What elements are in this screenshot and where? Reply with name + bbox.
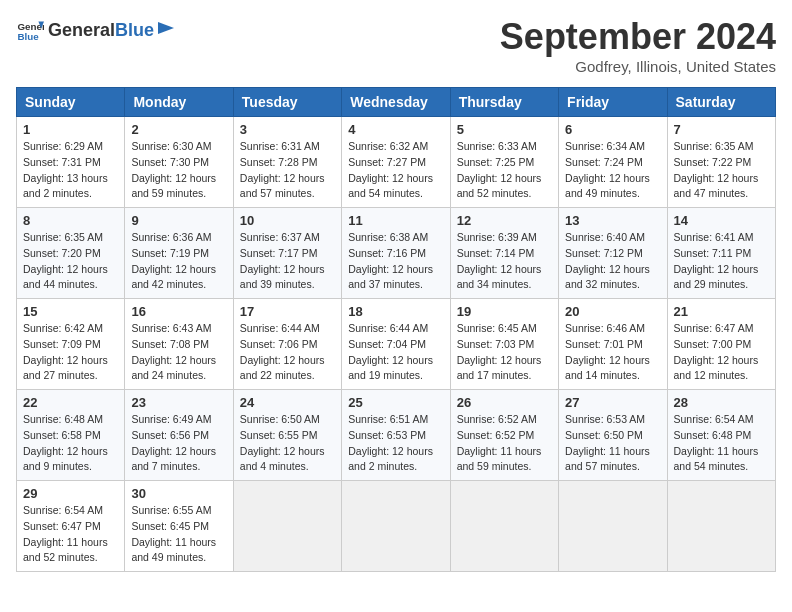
- day-number: 26: [457, 395, 552, 410]
- table-row: 14Sunrise: 6:41 AMSunset: 7:11 PMDayligh…: [667, 208, 775, 299]
- table-row: 3Sunrise: 6:31 AMSunset: 7:28 PMDaylight…: [233, 117, 341, 208]
- day-number: 27: [565, 395, 660, 410]
- day-number: 3: [240, 122, 335, 137]
- table-row: 18Sunrise: 6:44 AMSunset: 7:04 PMDayligh…: [342, 299, 450, 390]
- day-info: Sunrise: 6:54 AMSunset: 6:47 PMDaylight:…: [23, 503, 118, 566]
- day-number: 18: [348, 304, 443, 319]
- day-number: 2: [131, 122, 226, 137]
- day-number: 1: [23, 122, 118, 137]
- table-row: 23Sunrise: 6:49 AMSunset: 6:56 PMDayligh…: [125, 390, 233, 481]
- col-monday: Monday: [125, 88, 233, 117]
- logo-general-text: General: [48, 20, 115, 41]
- day-info: Sunrise: 6:38 AMSunset: 7:16 PMDaylight:…: [348, 230, 443, 293]
- table-row: 26Sunrise: 6:52 AMSunset: 6:52 PMDayligh…: [450, 390, 558, 481]
- day-info: Sunrise: 6:54 AMSunset: 6:48 PMDaylight:…: [674, 412, 769, 475]
- day-number: 14: [674, 213, 769, 228]
- day-number: 11: [348, 213, 443, 228]
- day-info: Sunrise: 6:36 AMSunset: 7:19 PMDaylight:…: [131, 230, 226, 293]
- calendar-header-row: Sunday Monday Tuesday Wednesday Thursday…: [17, 88, 776, 117]
- day-number: 17: [240, 304, 335, 319]
- day-info: Sunrise: 6:49 AMSunset: 6:56 PMDaylight:…: [131, 412, 226, 475]
- table-row: [342, 481, 450, 572]
- day-number: 7: [674, 122, 769, 137]
- day-info: Sunrise: 6:55 AMSunset: 6:45 PMDaylight:…: [131, 503, 226, 566]
- table-row: 19Sunrise: 6:45 AMSunset: 7:03 PMDayligh…: [450, 299, 558, 390]
- table-row: 15Sunrise: 6:42 AMSunset: 7:09 PMDayligh…: [17, 299, 125, 390]
- table-row: 20Sunrise: 6:46 AMSunset: 7:01 PMDayligh…: [559, 299, 667, 390]
- calendar-week-4: 22Sunrise: 6:48 AMSunset: 6:58 PMDayligh…: [17, 390, 776, 481]
- day-number: 9: [131, 213, 226, 228]
- table-row: 27Sunrise: 6:53 AMSunset: 6:50 PMDayligh…: [559, 390, 667, 481]
- day-info: Sunrise: 6:35 AMSunset: 7:22 PMDaylight:…: [674, 139, 769, 202]
- day-number: 25: [348, 395, 443, 410]
- calendar-week-3: 15Sunrise: 6:42 AMSunset: 7:09 PMDayligh…: [17, 299, 776, 390]
- table-row: 2Sunrise: 6:30 AMSunset: 7:30 PMDaylight…: [125, 117, 233, 208]
- day-info: Sunrise: 6:30 AMSunset: 7:30 PMDaylight:…: [131, 139, 226, 202]
- day-info: Sunrise: 6:40 AMSunset: 7:12 PMDaylight:…: [565, 230, 660, 293]
- day-info: Sunrise: 6:45 AMSunset: 7:03 PMDaylight:…: [457, 321, 552, 384]
- day-info: Sunrise: 6:52 AMSunset: 6:52 PMDaylight:…: [457, 412, 552, 475]
- table-row: 4Sunrise: 6:32 AMSunset: 7:27 PMDaylight…: [342, 117, 450, 208]
- day-info: Sunrise: 6:44 AMSunset: 7:06 PMDaylight:…: [240, 321, 335, 384]
- day-info: Sunrise: 6:47 AMSunset: 7:00 PMDaylight:…: [674, 321, 769, 384]
- day-info: Sunrise: 6:39 AMSunset: 7:14 PMDaylight:…: [457, 230, 552, 293]
- table-row: [559, 481, 667, 572]
- table-row: 25Sunrise: 6:51 AMSunset: 6:53 PMDayligh…: [342, 390, 450, 481]
- table-row: 28Sunrise: 6:54 AMSunset: 6:48 PMDayligh…: [667, 390, 775, 481]
- logo-blue-text: Blue: [115, 20, 154, 41]
- day-info: Sunrise: 6:50 AMSunset: 6:55 PMDaylight:…: [240, 412, 335, 475]
- day-info: Sunrise: 6:48 AMSunset: 6:58 PMDaylight:…: [23, 412, 118, 475]
- table-row: 5Sunrise: 6:33 AMSunset: 7:25 PMDaylight…: [450, 117, 558, 208]
- day-info: Sunrise: 6:53 AMSunset: 6:50 PMDaylight:…: [565, 412, 660, 475]
- day-number: 28: [674, 395, 769, 410]
- logo: General Blue GeneralBlue: [16, 16, 176, 44]
- day-info: Sunrise: 6:33 AMSunset: 7:25 PMDaylight:…: [457, 139, 552, 202]
- table-row: 11Sunrise: 6:38 AMSunset: 7:16 PMDayligh…: [342, 208, 450, 299]
- day-number: 6: [565, 122, 660, 137]
- table-row: 6Sunrise: 6:34 AMSunset: 7:24 PMDaylight…: [559, 117, 667, 208]
- table-row: 17Sunrise: 6:44 AMSunset: 7:06 PMDayligh…: [233, 299, 341, 390]
- table-row: [667, 481, 775, 572]
- day-info: Sunrise: 6:51 AMSunset: 6:53 PMDaylight:…: [348, 412, 443, 475]
- table-row: 24Sunrise: 6:50 AMSunset: 6:55 PMDayligh…: [233, 390, 341, 481]
- table-row: 12Sunrise: 6:39 AMSunset: 7:14 PMDayligh…: [450, 208, 558, 299]
- day-number: 5: [457, 122, 552, 137]
- calendar-table: Sunday Monday Tuesday Wednesday Thursday…: [16, 87, 776, 572]
- day-number: 21: [674, 304, 769, 319]
- page-title: September 2024: [500, 16, 776, 58]
- logo-flag-icon: [156, 20, 176, 40]
- col-friday: Friday: [559, 88, 667, 117]
- table-row: 21Sunrise: 6:47 AMSunset: 7:00 PMDayligh…: [667, 299, 775, 390]
- day-number: 4: [348, 122, 443, 137]
- day-number: 12: [457, 213, 552, 228]
- day-info: Sunrise: 6:34 AMSunset: 7:24 PMDaylight:…: [565, 139, 660, 202]
- title-area: September 2024 Godfrey, Illinois, United…: [500, 16, 776, 75]
- page-subtitle: Godfrey, Illinois, United States: [500, 58, 776, 75]
- day-number: 8: [23, 213, 118, 228]
- col-wednesday: Wednesday: [342, 88, 450, 117]
- day-info: Sunrise: 6:46 AMSunset: 7:01 PMDaylight:…: [565, 321, 660, 384]
- day-info: Sunrise: 6:41 AMSunset: 7:11 PMDaylight:…: [674, 230, 769, 293]
- day-info: Sunrise: 6:31 AMSunset: 7:28 PMDaylight:…: [240, 139, 335, 202]
- table-row: 29Sunrise: 6:54 AMSunset: 6:47 PMDayligh…: [17, 481, 125, 572]
- day-number: 16: [131, 304, 226, 319]
- table-row: 1Sunrise: 6:29 AMSunset: 7:31 PMDaylight…: [17, 117, 125, 208]
- day-number: 20: [565, 304, 660, 319]
- day-info: Sunrise: 6:44 AMSunset: 7:04 PMDaylight:…: [348, 321, 443, 384]
- day-info: Sunrise: 6:43 AMSunset: 7:08 PMDaylight:…: [131, 321, 226, 384]
- day-info: Sunrise: 6:29 AMSunset: 7:31 PMDaylight:…: [23, 139, 118, 202]
- table-row: 30Sunrise: 6:55 AMSunset: 6:45 PMDayligh…: [125, 481, 233, 572]
- calendar-week-5: 29Sunrise: 6:54 AMSunset: 6:47 PMDayligh…: [17, 481, 776, 572]
- day-number: 29: [23, 486, 118, 501]
- day-number: 24: [240, 395, 335, 410]
- table-row: 9Sunrise: 6:36 AMSunset: 7:19 PMDaylight…: [125, 208, 233, 299]
- day-info: Sunrise: 6:42 AMSunset: 7:09 PMDaylight:…: [23, 321, 118, 384]
- day-number: 19: [457, 304, 552, 319]
- day-number: 15: [23, 304, 118, 319]
- col-saturday: Saturday: [667, 88, 775, 117]
- logo-icon: General Blue: [16, 16, 44, 44]
- table-row: 7Sunrise: 6:35 AMSunset: 7:22 PMDaylight…: [667, 117, 775, 208]
- day-info: Sunrise: 6:32 AMSunset: 7:27 PMDaylight:…: [348, 139, 443, 202]
- col-sunday: Sunday: [17, 88, 125, 117]
- day-info: Sunrise: 6:37 AMSunset: 7:17 PMDaylight:…: [240, 230, 335, 293]
